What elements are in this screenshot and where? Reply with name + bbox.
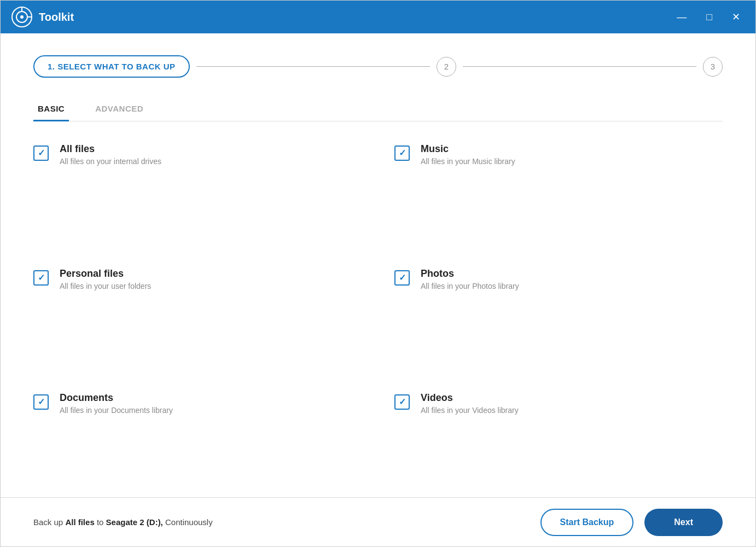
minimize-button[interactable]: — [672, 10, 691, 24]
photos-checkbox[interactable]: ✓ [394, 270, 410, 286]
main-content: 1. SELECT WHAT TO BACK UP 2 3 BASIC ADVA… [1, 33, 755, 497]
videos-title: Videos [421, 392, 519, 404]
titlebar: Toolkit — □ ✕ [1, 1, 755, 33]
step-2[interactable]: 2 [437, 57, 456, 77]
next-button[interactable]: Next [644, 509, 723, 536]
photos-title: Photos [421, 268, 519, 280]
step-2-label: 2 [444, 62, 449, 71]
step-line-1 [196, 66, 430, 67]
tab-bar: BASIC ADVANCED [33, 97, 723, 121]
personal-files-desc: All files in your user folders [60, 282, 151, 290]
music-title: Music [421, 143, 515, 155]
footer-bold-all-files: All files [65, 517, 94, 527]
videos-desc: All files in your Videos library [421, 406, 519, 415]
music-checkbox[interactable]: ✓ [394, 146, 410, 161]
maximize-button[interactable]: □ [702, 10, 717, 24]
photos-desc: All files in your Photos library [421, 282, 519, 290]
tab-basic[interactable]: BASIC [33, 97, 69, 121]
footer-bold-drive: Seagate 2 (D:), [106, 517, 163, 527]
personal-files-title: Personal files [60, 268, 151, 280]
step-3-label: 3 [711, 62, 715, 71]
personal-files-checkbox[interactable]: ✓ [33, 270, 49, 286]
list-item: ✓ All files All files on your internal d… [33, 143, 362, 248]
step-1[interactable]: 1. SELECT WHAT TO BACK UP [33, 55, 190, 78]
documents-title: Documents [60, 392, 173, 404]
svg-point-2 [20, 15, 24, 19]
list-item: ✓ Photos All files in your Photos librar… [394, 268, 723, 373]
all-files-checkbox[interactable]: ✓ [33, 146, 49, 161]
videos-checkbox[interactable]: ✓ [394, 394, 410, 410]
app-logo [11, 7, 32, 27]
step-line-2 [463, 66, 696, 67]
footer-buttons: Start Backup Next [540, 509, 723, 536]
documents-checkbox[interactable]: ✓ [33, 394, 49, 410]
app-window: Toolkit — □ ✕ 1. SELECT WHAT TO BACK UP … [0, 0, 756, 547]
music-desc: All files in your Music library [421, 157, 515, 166]
step-3[interactable]: 3 [703, 57, 723, 77]
window-controls: — □ ✕ [672, 10, 745, 24]
close-button[interactable]: ✕ [728, 10, 745, 24]
all-files-title: All files [60, 143, 161, 155]
documents-desc: All files in your Documents library [60, 406, 173, 415]
list-item: ✓ Personal files All files in your user … [33, 268, 362, 373]
footer-summary: Back up All files to Seagate 2 (D:), Con… [33, 517, 540, 527]
list-item: ✓ Music All files in your Music library [394, 143, 723, 248]
backup-items-grid: ✓ All files All files on your internal d… [33, 143, 723, 497]
start-backup-button[interactable]: Start Backup [540, 509, 634, 536]
stepper: 1. SELECT WHAT TO BACK UP 2 3 [33, 55, 723, 78]
all-files-desc: All files on your internal drives [60, 157, 161, 166]
tab-advanced[interactable]: ADVANCED [91, 97, 148, 121]
step-1-label: 1. SELECT WHAT TO BACK UP [48, 62, 176, 71]
list-item: ✓ Documents All files in your Documents … [33, 392, 362, 497]
list-item: ✓ Videos All files in your Videos librar… [394, 392, 723, 497]
app-title: Toolkit [39, 11, 672, 24]
footer: Back up All files to Seagate 2 (D:), Con… [1, 497, 755, 546]
